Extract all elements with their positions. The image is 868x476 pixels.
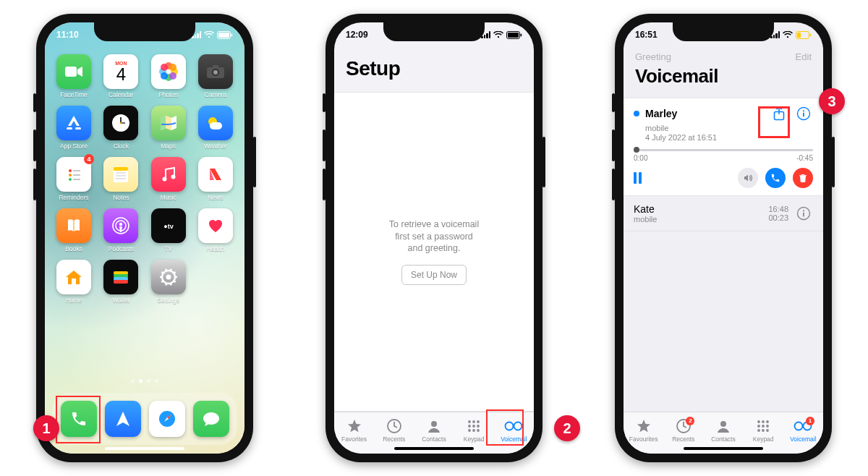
wifi-icon	[204, 31, 214, 38]
svg-rect-28	[73, 174, 80, 176]
power-button[interactable]	[832, 137, 835, 187]
app-music[interactable]: Music	[148, 157, 189, 201]
tab-recents[interactable]: Recents	[374, 418, 414, 443]
facetime-icon	[56, 54, 91, 89]
app-label: Camera	[205, 91, 226, 98]
edit-link[interactable]: Edit	[796, 51, 812, 62]
volume-up-button[interactable]	[612, 129, 615, 161]
tab-favorites[interactable]: Favorites	[334, 418, 374, 443]
svg-point-72	[468, 429, 471, 432]
app-weather[interactable]: Weather	[195, 106, 236, 150]
app-settings[interactable]: Settings	[148, 260, 189, 304]
home-indicator[interactable]	[684, 447, 763, 450]
wallet-icon	[103, 260, 138, 294]
tab-favourites[interactable]: Favourites	[624, 418, 663, 443]
setup-now-button[interactable]: Set Up Now	[401, 265, 467, 285]
delete-button[interactable]	[793, 168, 813, 188]
greeting-link[interactable]: Greeting	[635, 51, 671, 62]
favourites-icon	[636, 418, 652, 434]
app-camera[interactable]: Camera	[195, 54, 236, 98]
app-label: Calendar	[109, 91, 134, 98]
page-title: Setup	[346, 57, 522, 80]
volume-down-button[interactable]	[33, 169, 36, 200]
app-books[interactable]: Books	[54, 208, 94, 252]
app-wallet[interactable]: Wallet	[101, 260, 141, 304]
app-reminders[interactable]: 4Reminders	[54, 157, 94, 201]
app-health[interactable]: Health	[195, 208, 236, 252]
svg-rect-79	[810, 33, 812, 36]
playback-scrubber[interactable]	[634, 149, 813, 151]
home-icon	[56, 260, 91, 294]
pause-button[interactable]	[634, 172, 644, 184]
app-news[interactable]: News	[195, 157, 236, 201]
caller-name: Marley	[645, 108, 764, 119]
tab-voicemail[interactable]: Voicemail1	[783, 418, 823, 443]
svg-rect-15	[213, 65, 218, 68]
app-home[interactable]: Home	[54, 260, 94, 304]
voicemail-item-open[interactable]: Marley mobile 4 July 2022 at 16:51 0:00 …	[624, 98, 823, 196]
app-podcasts[interactable]: Podcasts	[101, 208, 141, 252]
svg-point-11	[161, 64, 168, 71]
voicemail-item[interactable]: Kate mobile 16:48 00:23	[624, 196, 823, 231]
health-icon	[198, 208, 233, 243]
app-label: Maps	[161, 143, 176, 150]
power-button[interactable]	[253, 137, 256, 187]
svg-line-50	[174, 281, 175, 282]
tab-keypad[interactable]: Keypad	[744, 418, 783, 443]
svg-rect-63	[521, 33, 522, 36]
home-indicator[interactable]	[105, 447, 184, 450]
svg-point-9	[169, 72, 176, 80]
svg-point-93	[762, 425, 765, 428]
app-notes[interactable]: Notes	[101, 157, 141, 201]
home-indicator[interactable]	[394, 447, 474, 450]
svg-point-97	[766, 429, 769, 432]
volume-up-button[interactable]	[33, 129, 36, 161]
app-appstore[interactable]: App Store	[54, 106, 94, 150]
info-button[interactable]	[794, 104, 813, 123]
tab-contacts[interactable]: Contacts	[414, 418, 454, 443]
app-label: Books	[65, 245, 82, 252]
setup-message: To retrieve a voicemail first set a pass…	[389, 218, 479, 255]
tab-label: Recents	[383, 435, 405, 443]
books-icon	[56, 208, 91, 243]
svg-point-21	[120, 122, 122, 124]
volume-down-button[interactable]	[612, 169, 615, 200]
svg-rect-62	[508, 33, 519, 38]
app-label: FaceTime	[60, 91, 87, 98]
svg-point-82	[803, 110, 804, 111]
app-photos[interactable]: Photos	[148, 54, 189, 98]
tab-contacts[interactable]: Contacts	[703, 418, 743, 443]
info-button[interactable]	[794, 204, 813, 223]
volume-down-button[interactable]	[323, 169, 326, 200]
volume-up-button[interactable]	[323, 129, 326, 161]
silence-switch[interactable]	[323, 93, 326, 112]
maps-icon	[151, 106, 186, 140]
svg-point-94	[766, 425, 769, 428]
app-facetime[interactable]: FaceTime	[54, 54, 94, 98]
app-clock[interactable]: Clock	[101, 106, 141, 150]
keypad-icon	[466, 418, 482, 434]
battery-icon	[506, 31, 522, 39]
svg-point-88	[720, 421, 726, 427]
tab-label: Keypad	[464, 435, 485, 443]
svg-rect-27	[73, 170, 80, 171]
power-button[interactable]	[542, 137, 545, 187]
tab-label: Voicemail	[790, 435, 816, 443]
app-tv[interactable]: ●tvTV	[148, 208, 189, 252]
appstore-icon	[56, 106, 91, 140]
app-label: Clock	[114, 143, 129, 150]
svg-point-48	[166, 275, 171, 280]
silence-switch[interactable]	[33, 93, 36, 112]
app-calendar[interactable]: MON4Calendar	[101, 54, 141, 98]
callback-button[interactable]	[765, 168, 786, 188]
phone-home: 11:10 FaceTimeMON4CalendarPhotosCamera A…	[36, 14, 253, 462]
wifi-icon	[493, 31, 503, 38]
svg-rect-31	[114, 167, 128, 171]
svg-point-10	[161, 72, 168, 80]
silence-switch[interactable]	[612, 93, 615, 112]
app-maps[interactable]: Maps	[148, 106, 189, 150]
tab-recents[interactable]: Recents2	[663, 418, 703, 443]
news-icon	[198, 157, 233, 192]
photos-icon	[151, 54, 186, 89]
speaker-button[interactable]	[738, 168, 758, 188]
